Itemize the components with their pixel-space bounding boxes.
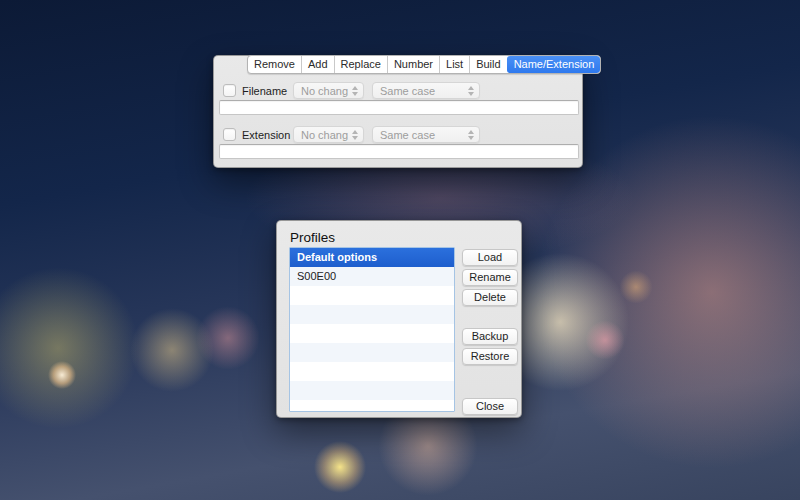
stepper-arrows-icon [352,130,358,140]
restore-button[interactable]: Restore [462,348,518,365]
empty-list-row [290,324,454,343]
empty-list-row [290,343,454,362]
extension-checkbox[interactable] [223,128,236,141]
close-button[interactable]: Close [462,398,518,415]
stepper-arrows-icon [468,130,474,140]
extension-change-dropdown-value: No change [301,129,348,141]
filename-change-dropdown[interactable]: No change [293,82,364,99]
tab-build[interactable]: Build [469,56,506,73]
profile-list-item-s00e00[interactable]: S00E00 [290,267,454,286]
filename-text-field[interactable] [219,100,579,115]
empty-list-row [290,381,454,400]
load-button[interactable]: Load [462,249,518,266]
empty-list-row [290,362,454,381]
profiles-title: Profiles [290,230,335,245]
extension-checkbox-label: Extension [242,129,284,141]
rename-options-panel: Remove Add Replace Number List Build Nam… [213,55,583,168]
profile-list-item-default-options[interactable]: Default options [290,248,454,267]
filename-option-row: Filename No change Same case [223,82,480,99]
extension-case-dropdown[interactable]: Same case [372,126,480,143]
stepper-arrows-icon [468,86,474,96]
empty-list-row [290,305,454,324]
profiles-panel: Profiles Default options S00E00 Load Ren… [276,220,522,418]
filename-case-dropdown-value: Same case [380,85,464,97]
filename-checkbox[interactable] [223,84,236,97]
tab-replace[interactable]: Replace [334,56,387,73]
tab-number[interactable]: Number [387,56,439,73]
stepper-arrows-icon [352,86,358,96]
extension-change-dropdown[interactable]: No change [293,126,364,143]
backup-button[interactable]: Backup [462,328,518,345]
rename-button[interactable]: Rename [462,269,518,286]
tab-bar: Remove Add Replace Number List Build Nam… [247,55,601,74]
filename-change-dropdown-value: No change [301,85,348,97]
filename-checkbox-label: Filename [242,85,284,97]
tab-add[interactable]: Add [301,56,334,73]
empty-list-row [290,286,454,305]
tab-name-extension[interactable]: Name/Extension [507,56,601,73]
delete-button[interactable]: Delete [462,289,518,306]
tab-remove[interactable]: Remove [248,56,301,73]
filename-case-dropdown[interactable]: Same case [372,82,480,99]
empty-list-row [290,400,454,412]
profiles-list[interactable]: Default options S00E00 [289,247,455,412]
tab-list[interactable]: List [439,56,469,73]
extension-option-row: Extension No change Same case [223,126,480,143]
extension-case-dropdown-value: Same case [380,129,464,141]
extension-text-field[interactable] [219,144,579,159]
